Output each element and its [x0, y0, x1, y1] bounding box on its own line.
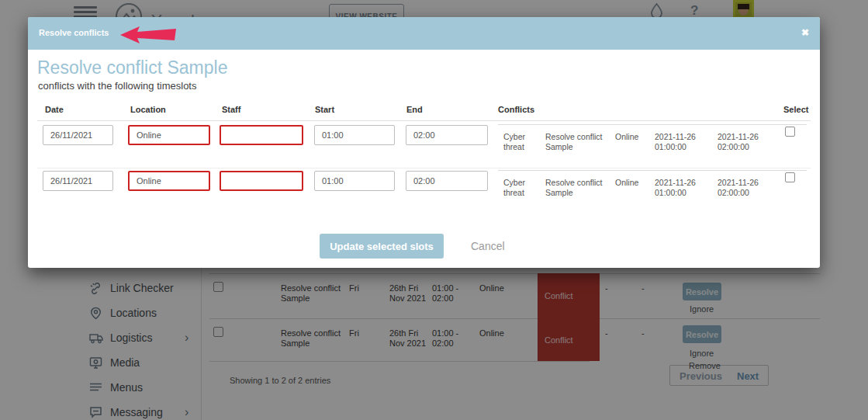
conflict-start: 2021-11-26 01:00:00 — [655, 178, 709, 198]
conflict-details: Cyber threat Resolve conflict Sample Onl… — [498, 170, 807, 171]
modal-subheading: conflicts with the following timeslots — [38, 80, 196, 92]
conflict-name: Resolve conflict Sample — [545, 132, 614, 152]
conflict-location: Online — [615, 178, 650, 188]
column-header-date: Date — [45, 105, 64, 114]
column-header-end: End — [406, 105, 423, 114]
conflict-location: Online — [615, 132, 650, 142]
conflict-group: Cyber threat — [503, 178, 538, 198]
modal-header: Resolve conflicts ✖ — [28, 17, 820, 50]
column-header-staff: Staff — [222, 105, 240, 114]
end-time-input[interactable] — [406, 125, 488, 145]
staff-input[interactable] — [220, 125, 303, 145]
conflict-end: 2021-11-26 02:00:00 — [718, 178, 776, 198]
conflict-group: Cyber threat — [503, 132, 538, 152]
staff-input[interactable] — [220, 171, 303, 191]
start-time-input[interactable] — [314, 125, 395, 145]
conflict-start: 2021-11-26 01:00:00 — [655, 132, 709, 152]
column-header-conflicts: Conflicts — [498, 105, 534, 114]
select-checkbox[interactable] — [785, 127, 795, 137]
start-time-input[interactable] — [314, 171, 395, 191]
select-checkbox[interactable] — [785, 172, 795, 182]
date-input[interactable] — [43, 125, 113, 145]
conflict-end: 2021-11-26 02:00:00 — [718, 132, 776, 152]
annotation-arrow-icon — [119, 25, 178, 48]
conflict-details: Cyber threat Resolve conflict Sample Onl… — [498, 124, 807, 125]
column-header-location: Location — [130, 105, 166, 114]
close-icon[interactable]: ✖ — [801, 27, 809, 38]
date-input[interactable] — [43, 171, 113, 191]
modal-title: Resolve conflicts — [39, 28, 109, 37]
cancel-button[interactable]: Cancel — [471, 240, 505, 252]
conflict-name: Resolve conflict Sample — [545, 178, 614, 198]
location-input[interactable] — [128, 125, 210, 145]
column-header-select: Select — [783, 105, 808, 114]
update-selected-slots-button[interactable]: Update selected slots — [320, 234, 444, 259]
modal-heading: Resolve conflict Sample — [37, 57, 227, 78]
resolve-conflicts-modal: Resolve conflicts ✖ Resolve conflict Sam… — [28, 17, 820, 268]
location-input[interactable] — [128, 171, 210, 191]
column-header-start: Start — [315, 105, 334, 114]
end-time-input[interactable] — [406, 171, 488, 191]
